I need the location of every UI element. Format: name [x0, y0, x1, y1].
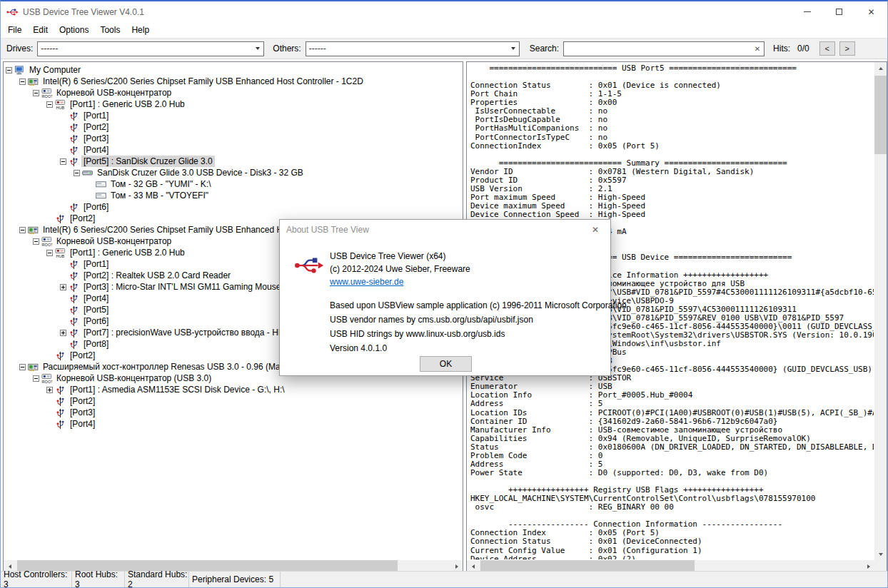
menu-options[interactable]: Options — [54, 23, 94, 37]
tree-item[interactable]: [Port6] — [4, 201, 462, 213]
expand-icon[interactable] — [60, 330, 66, 336]
tree-item-label: [Port4] — [81, 293, 111, 304]
tree-item[interactable]: [Port3] — [4, 133, 462, 144]
tree-item[interactable]: [Port4] — [4, 418, 462, 430]
dialog-title-bar[interactable]: About USB Tree View ✕ — [280, 220, 610, 240]
scrollbar-thumb[interactable] — [874, 76, 887, 154]
scroll-up-icon[interactable] — [874, 62, 887, 74]
usb-port-icon — [69, 282, 79, 293]
svg-text:HUB: HUB — [56, 106, 64, 110]
scroll-down-icon[interactable] — [874, 548, 887, 560]
tree-item[interactable]: [Port5] : SanDisk Cruzer Glide 3.0 — [4, 156, 462, 167]
expand-icon[interactable] — [60, 284, 66, 290]
menu-help[interactable]: Help — [126, 23, 155, 37]
about-hid-strings: USB HID strings by www.linux-usb.org/usb… — [330, 329, 505, 339]
tree-item[interactable]: [Port2] — [4, 395, 462, 407]
collapse-icon[interactable] — [19, 227, 26, 233]
tree-item[interactable]: ROOTКорневой USB-концентратор — [4, 87, 462, 98]
tree-item[interactable]: [Port1] — [4, 110, 462, 121]
about-website-link[interactable]: www.uwe-sieber.de — [330, 277, 403, 287]
about-dialog: About USB Tree View ✕ USB Device Tree Vi… — [279, 219, 611, 376]
tree-item[interactable]: Том - 32 GB - "YUMI" - K:\ — [4, 178, 462, 190]
collapse-icon[interactable] — [46, 101, 53, 108]
usb-port-icon — [55, 385, 66, 395]
svg-text:ROOT: ROOT — [41, 94, 52, 98]
tree-item-label: [Port2] : Realtek USB 2.0 Card Reader — [81, 270, 233, 281]
chevron-down-icon[interactable] — [252, 47, 263, 50]
usb-port-icon — [69, 145, 79, 156]
maximize-button[interactable] — [823, 1, 855, 22]
status-item: Standard Hubs: 2 — [125, 572, 189, 587]
drives-select[interactable]: ------ — [37, 41, 264, 56]
search-input[interactable] — [564, 42, 751, 55]
collapse-icon[interactable] — [60, 158, 66, 165]
app-usb-logo-icon — [6, 7, 19, 17]
tree-item-label: [Port1] : Asmedia ASM1153E SCSI Disk Dev… — [68, 384, 287, 395]
others-select[interactable]: ------ — [306, 41, 520, 56]
prev-hit-button[interactable]: < — [819, 41, 835, 56]
usb-port-icon — [69, 111, 79, 121]
ok-button[interactable]: OK — [420, 356, 472, 372]
tree-item[interactable]: [Port2] — [4, 121, 462, 133]
about-app-name: USB Device Tree Viewer (x64) — [330, 251, 446, 261]
tree-item-label: [Port3] — [68, 407, 97, 418]
hub-icon: HUB — [55, 248, 66, 258]
usb-port-icon — [69, 122, 79, 133]
tree-item-label: My Computer — [27, 64, 83, 76]
collapse-icon[interactable] — [33, 90, 39, 96]
title-bar: USB Device Tree Viewer V4.0.1 ✕ — [1, 1, 887, 22]
collapse-icon[interactable] — [19, 78, 26, 85]
tree-item[interactable]: SanDisk Cruzer Glide 3.0 USB Device - Di… — [4, 167, 462, 178]
usb-port-icon — [69, 305, 79, 315]
tree-item[interactable]: HUB[Port1] : Generic USB 2.0 Hub — [4, 98, 462, 110]
tree-item-label: [Port1] : Generic USB 2.0 Hub — [68, 247, 187, 258]
close-icon: ✕ — [592, 225, 599, 235]
collapse-icon[interactable] — [33, 375, 39, 382]
hits-value: 0/0 — [797, 44, 809, 54]
dialog-close-button[interactable]: ✕ — [580, 220, 610, 240]
others-value: ------ — [306, 44, 508, 54]
tree-item[interactable]: [Port1] : Asmedia ASM1153E SCSI Disk Dev… — [4, 384, 462, 395]
about-vendor-names: USB vendor names by cms.usb.org/usb/api/… — [330, 315, 533, 325]
usb-port-icon — [69, 202, 79, 213]
menu-tools[interactable]: Tools — [94, 23, 126, 37]
collapse-icon[interactable] — [33, 238, 39, 245]
tree-item-label: Корневой USB-концентратор — [54, 87, 173, 98]
volume-icon — [96, 191, 106, 201]
next-hit-button[interactable]: > — [839, 41, 855, 56]
hits-label: Hits: — [773, 44, 790, 54]
dialog-title: About USB Tree View — [286, 225, 369, 235]
menu-file[interactable]: File — [2, 23, 27, 37]
volume-icon — [96, 179, 106, 190]
tree-item[interactable]: Том - 33 MB - "VTOYEFI" — [4, 190, 462, 201]
usb-port-icon — [55, 350, 66, 361]
tree-item[interactable]: [Port3] — [4, 407, 462, 418]
root-hub-icon: ROOT — [41, 373, 52, 384]
tree-item[interactable]: Intel(R) 6 Series/C200 Series Chipset Fa… — [4, 76, 462, 87]
status-bar: Host Controllers: 3Root Hubs: 3Standard … — [1, 571, 887, 587]
close-button[interactable]: ✕ — [855, 1, 887, 22]
usb-port-icon — [55, 407, 66, 418]
collapse-icon[interactable] — [19, 364, 26, 370]
tree-item[interactable]: My Computer — [4, 64, 462, 76]
usb-logo-icon — [294, 254, 324, 277]
collapse-icon[interactable] — [74, 170, 80, 176]
expand-icon[interactable] — [46, 387, 53, 393]
app-window: USB Device Tree Viewer V4.0.1 ✕ FileEdit… — [0, 0, 888, 588]
minimize-icon — [804, 11, 811, 12]
tree-item-label: Intel(R) 6 Series/C200 Series Chipset Fa… — [41, 76, 365, 87]
menu-edit[interactable]: Edit — [27, 23, 54, 37]
chevron-down-icon[interactable] — [508, 47, 519, 50]
details-vertical-scrollbar[interactable] — [874, 62, 887, 560]
usb-port-icon — [69, 259, 79, 270]
tree-item-label: [Port5] : SanDisk Cruzer Glide 3.0 — [81, 156, 215, 167]
tree-item-label: [Port2] — [81, 121, 111, 133]
collapse-icon[interactable] — [46, 250, 53, 256]
window-title: USB Device Tree Viewer V4.0.1 — [23, 7, 144, 17]
others-label: Others: — [273, 44, 301, 54]
tree-item[interactable]: [Port4] — [4, 144, 462, 156]
search-clear-icon[interactable]: ✕ — [751, 45, 764, 53]
collapse-icon[interactable] — [6, 67, 12, 74]
hub-icon: HUB — [55, 99, 66, 110]
minimize-button[interactable] — [791, 1, 823, 22]
